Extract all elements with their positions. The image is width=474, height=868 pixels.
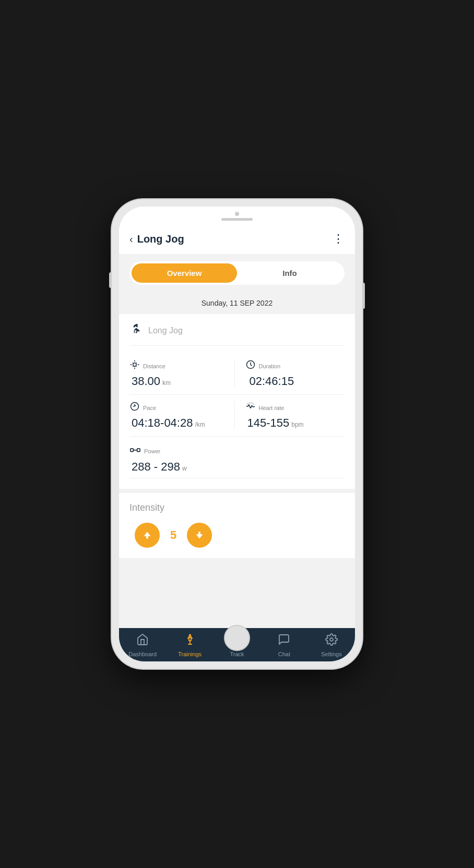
- stats-row-1: Distance 38.00 km: [129, 353, 345, 395]
- back-button[interactable]: ‹: [129, 233, 133, 245]
- chat-icon: [278, 633, 290, 649]
- heart-rate-icon-label: Heart rate: [245, 401, 285, 414]
- heart-rate-value: 145-155: [247, 416, 290, 430]
- distance-stat: Distance 38.00 km: [129, 359, 229, 388]
- settings-icon: [325, 633, 338, 649]
- nav-label-chat: Chat: [278, 651, 290, 657]
- screen-content: ‹ Long Jog ⋮ Overview Info Sunday, 11 SE…: [119, 224, 355, 661]
- svg-rect-4: [131, 449, 134, 452]
- top-bar: [119, 207, 355, 224]
- power-stat: Power 288 - 298 w: [129, 444, 345, 474]
- pace-value-row: 04:18-04:28 /km: [132, 416, 205, 430]
- intensity-up-button[interactable]: [135, 523, 160, 548]
- power-icon-label: Power: [129, 444, 160, 458]
- nav-label-trainings: Trainings: [178, 651, 202, 657]
- intensity-down-button[interactable]: [187, 523, 212, 548]
- svg-rect-5: [137, 449, 140, 452]
- nav-label-dashboard: Dashboard: [128, 651, 157, 657]
- power-unit: w: [182, 465, 187, 472]
- duration-icon-label: Duration: [245, 359, 281, 372]
- nav-item-trainings[interactable]: Trainings: [166, 633, 213, 657]
- distance-label: Distance: [143, 363, 165, 369]
- duration-icon: [245, 359, 256, 372]
- nav-label-track: Track: [230, 651, 244, 657]
- pace-stat: Pace 04:18-04:28 /km: [129, 401, 229, 430]
- tab-overview[interactable]: Overview: [132, 263, 237, 283]
- header: ‹ Long Jog ⋮: [119, 224, 355, 254]
- header-left: ‹ Long Jog: [129, 233, 184, 245]
- activity-icon: [129, 322, 143, 339]
- intensity-value: 5: [170, 528, 176, 542]
- power-value: 288 - 298: [132, 460, 180, 474]
- date-section: Sunday, 11 SEP 2022: [119, 292, 355, 314]
- power-value-row: 288 - 298 w: [132, 460, 187, 474]
- heart-rate-icon: [245, 401, 256, 414]
- svg-point-8: [330, 638, 333, 641]
- nav-item-settings[interactable]: Settings: [308, 633, 355, 657]
- duration-label: Duration: [259, 363, 281, 369]
- stats-card: Long Jog: [119, 314, 355, 489]
- power-label: Power: [144, 448, 160, 454]
- date-label: Sunday, 11 SEP 2022: [202, 299, 272, 307]
- more-menu-button[interactable]: ⋮: [333, 232, 345, 246]
- activity-name: Long Jog: [148, 326, 183, 335]
- heart-rate-stat: Heart rate 145-155 bpm: [234, 401, 345, 430]
- power-button: [362, 283, 365, 309]
- intensity-controls: 5: [129, 523, 345, 548]
- volume-button: [109, 272, 112, 288]
- heart-rate-unit: bpm: [291, 421, 303, 428]
- home-button[interactable]: [224, 625, 250, 651]
- heart-rate-label: Heart rate: [259, 405, 285, 411]
- pace-label: Pace: [143, 405, 156, 411]
- intensity-card: Intensity 5: [119, 493, 355, 558]
- pace-icon-label: Pace: [129, 401, 156, 414]
- duration-value-row: 02:46:15: [247, 375, 294, 388]
- intensity-title: Intensity: [129, 502, 345, 513]
- activity-title-row: Long Jog: [129, 322, 345, 346]
- distance-unit: km: [162, 379, 171, 387]
- stats-row-2: Pace 04:18-04:28 /km: [129, 395, 345, 437]
- stats-row-3: Power 288 - 298 w: [129, 437, 345, 478]
- pace-icon: [129, 401, 140, 414]
- nav-item-dashboard[interactable]: Dashboard: [119, 633, 166, 657]
- phone-screen: ‹ Long Jog ⋮ Overview Info Sunday, 11 SE…: [119, 207, 355, 661]
- main-content: Sunday, 11 SEP 2022: [119, 292, 355, 628]
- distance-icon: [129, 359, 140, 372]
- svg-point-1: [133, 363, 137, 367]
- heart-rate-value-row: 145-155 bpm: [247, 416, 304, 430]
- dashboard-icon: [136, 633, 149, 649]
- pace-value: 04:18-04:28: [132, 416, 193, 430]
- page-title: Long Jog: [137, 233, 184, 245]
- distance-icon-label: Distance: [129, 359, 165, 372]
- distance-value: 38.00: [132, 375, 160, 388]
- duration-value: 02:46:15: [250, 375, 294, 388]
- distance-value-row: 38.00 km: [132, 375, 171, 388]
- nav-label-settings: Settings: [321, 651, 342, 657]
- camera: [235, 212, 239, 216]
- trainings-icon: [184, 633, 196, 649]
- tab-info[interactable]: Info: [237, 263, 342, 283]
- pace-unit: /km: [195, 421, 205, 428]
- tabs-container: Overview Info: [119, 254, 355, 292]
- tab-switcher: Overview Info: [129, 261, 345, 285]
- duration-stat: Duration 02:46:15: [234, 359, 345, 388]
- power-icon: [129, 444, 141, 458]
- nav-item-chat[interactable]: Chat: [260, 633, 307, 657]
- speaker: [221, 218, 253, 221]
- phone-frame: ‹ Long Jog ⋮ Overview Info Sunday, 11 SE…: [112, 199, 362, 669]
